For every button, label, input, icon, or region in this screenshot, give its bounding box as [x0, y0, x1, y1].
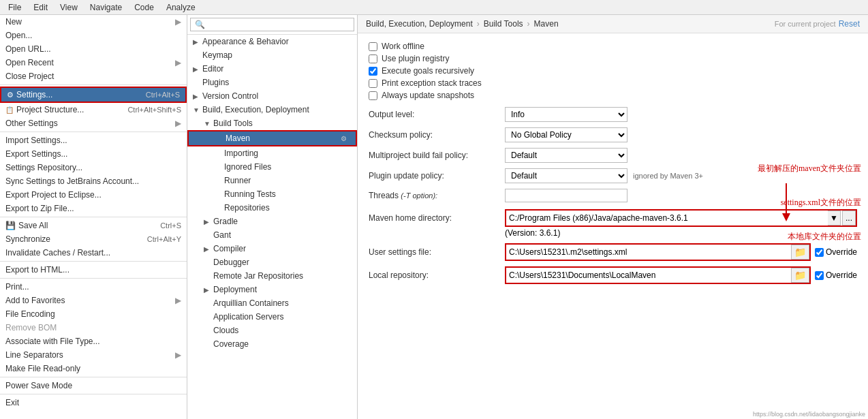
execute-goals-checkbox[interactable] [369, 67, 377, 76]
tree-build-exec[interactable]: ▼ Build, Execution, Deployment [187, 103, 357, 117]
tree-importing[interactable]: Importing [187, 146, 357, 160]
update-snapshots-checkbox[interactable] [369, 91, 377, 100]
maven-home-input[interactable] [506, 211, 828, 226]
fm-project-structure[interactable]: 📋 Project Structure... Ctrl+Alt+Shift+S [0, 103, 187, 117]
tree-running-tests[interactable]: Running Tests [187, 187, 357, 201]
fm-settings[interactable]: ⚙ Settings... Ctrl+Alt+S [0, 87, 187, 103]
fm-open[interactable]: Open... [0, 29, 187, 42]
fm-file-encoding[interactable]: File Encoding [0, 307, 187, 321]
print-stack-checkbox[interactable] [369, 79, 377, 88]
tree-ignored-files[interactable]: Ignored Files [187, 160, 357, 174]
fm-associate-file-type[interactable]: Associate with File Type... [0, 335, 187, 348]
local-repo-override-checkbox[interactable] [815, 271, 824, 280]
tree-maven[interactable]: Maven ⚙ [187, 130, 357, 146]
checksum-policy-select[interactable]: No Global PolicyStrictLax [505, 127, 627, 142]
tree-editor-label: Editor [202, 64, 352, 74]
fm-synchronize[interactable]: Synchronize Ctrl+Alt+Y [0, 232, 187, 246]
maven-home-dropdown-btn[interactable]: ▼ [828, 211, 841, 226]
tree-deployment-arrow: ▶ [204, 286, 212, 294]
tree-plugins[interactable]: Plugins [187, 76, 357, 89]
multiproject-control: DefaultAt EndNeverFail Fast [505, 148, 857, 163]
tree-arquillian-label: Arquillian Containers [213, 298, 352, 308]
fm-close-project[interactable]: Close Project [0, 69, 187, 83]
tree-deployment[interactable]: ▶ Deployment [187, 283, 357, 296]
tree-version-control[interactable]: ▶ Version Control [187, 89, 357, 103]
local-repo-override: Override [815, 270, 857, 280]
plugin-update-select[interactable]: DefaultAlwaysNever [505, 168, 627, 183]
menu-view[interactable]: View [55, 1, 83, 14]
tree-gradle[interactable]: ▶ Gradle [187, 215, 357, 228]
tree-deployment-label: Deployment [213, 285, 352, 294]
tree-remote-jar[interactable]: Remote Jar Repositories [187, 269, 357, 283]
breadcrumb-sep2: › [527, 19, 530, 29]
tree-importing-label: Importing [224, 149, 352, 158]
fm-power-save[interactable]: Power Save Mode [0, 379, 187, 392]
settings-search-input[interactable] [190, 18, 354, 31]
menu-navigate[interactable]: Navigate [84, 1, 127, 14]
fm-remove-bom[interactable]: Remove BOM [0, 321, 187, 335]
tree-gant[interactable]: Gant [187, 228, 357, 242]
local-repo-input[interactable] [506, 268, 790, 283]
fm-exit[interactable]: Exit [0, 396, 187, 409]
multiproject-row: Multiproject build fail policy: DefaultA… [369, 148, 857, 163]
tree-runner-label: Runner [224, 176, 352, 185]
tree-build-tools-arrow: ▼ [204, 120, 212, 127]
tree-build-tools[interactable]: ▼ Build Tools [187, 117, 357, 130]
fm-open-url[interactable]: Open URL... [0, 42, 187, 56]
tree-compiler[interactable]: ▶ Compiler [187, 242, 357, 255]
fm-make-readonly[interactable]: Make File Read-only [0, 362, 187, 375]
plugin-registry-checkbox[interactable] [369, 55, 377, 63]
menu-code[interactable]: Code [129, 1, 159, 14]
tree-maven-label: Maven [226, 134, 338, 143]
multiproject-select[interactable]: DefaultAt EndNeverFail Fast [505, 148, 627, 163]
maven-breadcrumb-bar: Build, Execution, Deployment › Build Too… [358, 15, 868, 33]
tree-debugger[interactable]: Debugger [187, 255, 357, 269]
tree-keymap[interactable]: Keymap [187, 48, 357, 62]
fm-new[interactable]: New ▶ [0, 15, 187, 29]
fm-settings-repo[interactable]: Settings Repository... [0, 161, 187, 174]
fm-export-settings[interactable]: Export Settings... [0, 147, 187, 161]
tree-runner[interactable]: Runner [187, 174, 357, 187]
maven-home-label: Maven home directory: [369, 213, 505, 223]
tree-editor[interactable]: ▶ Editor [187, 62, 357, 76]
tree-arquillian[interactable]: Arquillian Containers [187, 296, 357, 310]
tree-app-servers[interactable]: Application Servers [187, 310, 357, 324]
settings-search-container [187, 15, 357, 35]
tree-clouds[interactable]: Clouds [187, 324, 357, 337]
output-level-select[interactable]: InfoDebugError [505, 107, 627, 122]
user-settings-input[interactable] [506, 245, 790, 260]
fm-other-settings[interactable]: Other Settings ▶ [0, 117, 187, 130]
user-settings-override-checkbox[interactable] [815, 248, 824, 257]
fm-export-html[interactable]: Export to HTML... [0, 263, 187, 277]
tree-clouds-label: Clouds [213, 326, 352, 335]
fm-export-eclipse[interactable]: Export Project to Eclipse... [0, 188, 187, 202]
save-icon: 💾 [5, 221, 16, 230]
maven-home-browse-btn[interactable]: ... [842, 211, 856, 226]
work-offline-checkbox[interactable] [369, 42, 377, 51]
fm-print[interactable]: Print... [0, 280, 187, 294]
maven-content: Work offline Use plugin registry Execute… [358, 33, 868, 419]
fm-settings-label: Settings... [16, 90, 52, 99]
tree-coverage[interactable]: Coverage [187, 337, 357, 351]
fm-save-all[interactable]: 💾Save All Ctrl+S [0, 219, 187, 232]
threads-input[interactable] [505, 189, 627, 202]
tree-vc-arrow: ▶ [193, 93, 201, 100]
fm-sync-settings[interactable]: Sync Settings to JetBrains Account... [0, 174, 187, 188]
menu-file[interactable]: File [3, 1, 27, 14]
multiproject-label: Multiproject build fail policy: [369, 151, 505, 160]
menu-edit[interactable]: Edit [28, 1, 53, 14]
fm-open-recent[interactable]: Open Recent ▶ [0, 56, 187, 69]
maven-home-row: Maven home directory: ▼ ... [369, 209, 857, 227]
fm-invalidate-caches[interactable]: Invalidate Caches / Restart... [0, 246, 187, 260]
fm-line-separators[interactable]: Line Separators ▶ [0, 348, 187, 362]
fm-add-favorites[interactable]: Add to Favorites ▶ [0, 294, 187, 307]
user-settings-browse-btn[interactable]: 📁 [791, 245, 809, 260]
fm-import-settings[interactable]: Import Settings... [0, 134, 187, 147]
user-settings-combo: 📁 [505, 243, 811, 261]
tree-repositories[interactable]: Repositories [187, 201, 357, 215]
breadcrumb-reset[interactable]: Reset [839, 19, 860, 29]
tree-appearance[interactable]: ▶ Appearance & Behavior [187, 35, 357, 48]
fm-export-zip[interactable]: Export to Zip File... [0, 202, 187, 215]
menu-analyze[interactable]: Analyze [161, 1, 201, 14]
local-repo-browse-btn[interactable]: 📁 [791, 268, 809, 283]
